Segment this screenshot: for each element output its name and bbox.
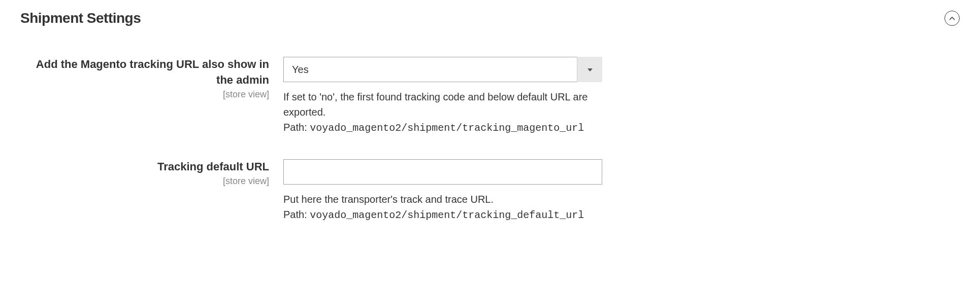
tracking-url-select[interactable]: Yes: [283, 57, 602, 82]
path-label: Path:: [283, 209, 310, 220]
path-value: voyado_magento2/shipment/tracking_magent…: [310, 122, 584, 134]
path-line-tracking-url: Path: voyado_magento2/shipment/tracking_…: [283, 122, 608, 134]
label-col: Add the Magento tracking URL also show i…: [20, 57, 283, 134]
path-line-default-url: Path: voyado_magento2/shipment/tracking_…: [283, 209, 608, 221]
select-wrapper: Yes: [283, 57, 602, 82]
input-col: Yes If set to 'no', the first found trac…: [283, 57, 608, 134]
label-col: Tracking default URL [store view]: [20, 159, 283, 221]
field-label-tracking-url: Add the Magento tracking URL also show i…: [20, 57, 269, 88]
field-label-default-url: Tracking default URL: [20, 159, 269, 175]
form-row-default-url: Tracking default URL [store view] Put he…: [20, 159, 960, 221]
path-value: voyado_magento2/shipment/tracking_defaul…: [310, 209, 584, 221]
help-text-tracking-url: If set to 'no', the first found tracking…: [283, 89, 608, 120]
path-label: Path:: [283, 122, 310, 133]
collapse-toggle[interactable]: [944, 11, 960, 26]
section-title: Shipment Settings: [20, 10, 141, 26]
section-header: Shipment Settings: [20, 10, 960, 26]
form-row-tracking-url: Add the Magento tracking URL also show i…: [20, 57, 960, 134]
scope-label: [store view]: [20, 176, 269, 187]
input-col: Put here the transporter's track and tra…: [283, 159, 608, 221]
default-url-input[interactable]: [283, 159, 602, 185]
scope-label: [store view]: [20, 89, 269, 100]
chevron-up-icon: [949, 14, 955, 23]
help-text-default-url: Put here the transporter's track and tra…: [283, 192, 608, 207]
